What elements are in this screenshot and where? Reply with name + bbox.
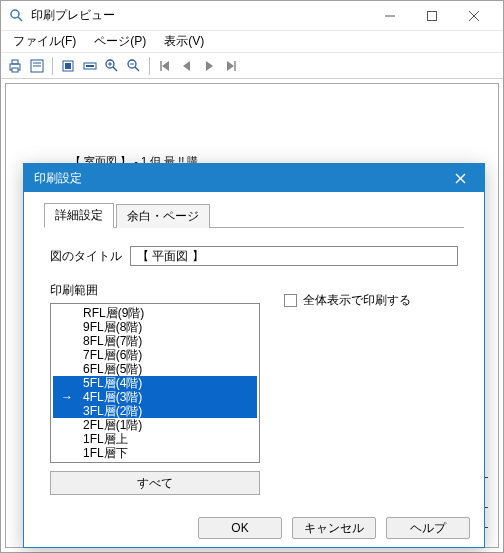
svg-rect-13 <box>65 63 71 69</box>
dialog-title: 印刷設定 <box>34 170 446 187</box>
list-item[interactable]: 4FL層(3階)→ <box>53 390 257 404</box>
toolbar-separator <box>52 57 53 75</box>
list-item[interactable]: 2FL層(1階) <box>53 418 257 432</box>
dialog-close-button[interactable] <box>446 164 474 192</box>
list-item[interactable]: RFL層(9階) <box>53 306 257 320</box>
menubar: ファイル(F) ページ(P) 表示(V) <box>1 31 503 53</box>
full-view-checkbox-label: 全体表示で印刷する <box>303 292 411 309</box>
svg-marker-24 <box>162 61 169 71</box>
svg-marker-25 <box>183 61 190 71</box>
print-settings-dialog: 印刷設定 詳細設定 余白・ページ 図のタイトル 印 <box>23 163 485 548</box>
list-item[interactable]: 1FL層下 <box>53 446 257 460</box>
checkbox-icon <box>284 294 297 307</box>
list-item[interactable]: 1FL層上 <box>53 432 257 446</box>
main-titlebar: 印刷プレビュー <box>1 1 503 31</box>
menu-page[interactable]: ページ(P) <box>86 31 154 52</box>
full-view-checkbox-row[interactable]: 全体表示で印刷する <box>284 292 411 309</box>
figure-title-input[interactable] <box>130 246 458 266</box>
menu-view[interactable]: 表示(V) <box>156 31 212 52</box>
nav-next-icon[interactable] <box>199 56 219 76</box>
toolbar <box>1 53 503 79</box>
list-item[interactable]: 5FL層(4階) <box>53 376 257 390</box>
tab-detail[interactable]: 詳細設定 <box>44 203 114 228</box>
select-all-button[interactable]: すべて <box>50 471 260 495</box>
menu-file[interactable]: ファイル(F) <box>5 31 84 52</box>
list-item[interactable]: 6FL層(5階) <box>53 362 257 376</box>
figure-title-label: 図のタイトル <box>50 248 130 265</box>
tab-bar: 詳細設定 余白・ページ <box>44 206 464 228</box>
list-item[interactable]: 7FL層(6階) <box>53 348 257 362</box>
maximize-button[interactable] <box>411 2 453 30</box>
list-divider <box>73 462 237 463</box>
fit-page-icon[interactable] <box>58 56 78 76</box>
svg-line-1 <box>18 17 22 21</box>
svg-line-17 <box>113 67 117 71</box>
app-icon <box>9 8 25 24</box>
svg-rect-8 <box>12 68 18 72</box>
help-button[interactable]: ヘルプ <box>386 517 470 539</box>
preview-area: 【 室面図 】 - 1 但 最 !! 購 印刷設定 詳細設定 余白・ページ <box>1 79 503 552</box>
list-item[interactable]: 8FL層(7階) <box>53 334 257 348</box>
main-window: 印刷プレビュー ファイル(F) ページ(P) 表示(V) 【 室面図 】 - 1… <box>0 0 504 553</box>
list-item[interactable]: 9FL層(8階) <box>53 320 257 334</box>
print-range-label: 印刷範囲 <box>50 282 260 299</box>
cancel-button[interactable]: キャンセル <box>292 517 376 539</box>
print-icon[interactable] <box>5 56 25 76</box>
svg-marker-27 <box>227 61 234 71</box>
zoom-in-icon[interactable] <box>102 56 122 76</box>
current-arrow-icon: → <box>61 390 73 404</box>
tab-margin[interactable]: 余白・ページ <box>116 204 210 228</box>
minimize-button[interactable] <box>369 2 411 30</box>
svg-point-0 <box>11 10 19 18</box>
svg-line-21 <box>135 67 139 71</box>
svg-rect-3 <box>428 11 437 20</box>
nav-prev-icon[interactable] <box>177 56 197 76</box>
settings-icon[interactable] <box>27 56 47 76</box>
floor-listbox[interactable]: RFL層(9階)9FL層(8階)8FL層(7階)7FL層(6階)6FL層(5階)… <box>50 303 260 463</box>
zoom-out-icon[interactable] <box>124 56 144 76</box>
svg-rect-7 <box>12 60 18 64</box>
svg-marker-26 <box>206 61 213 71</box>
list-item[interactable]: 3FL層(2階) <box>53 404 257 418</box>
svg-rect-15 <box>86 65 94 67</box>
dialog-titlebar: 印刷設定 <box>24 164 484 192</box>
fit-width-icon[interactable] <box>80 56 100 76</box>
window-title: 印刷プレビュー <box>31 7 369 24</box>
ok-button[interactable]: OK <box>198 517 282 539</box>
toolbar-separator <box>149 57 150 75</box>
close-button[interactable] <box>453 2 495 30</box>
nav-first-icon[interactable] <box>155 56 175 76</box>
nav-last-icon[interactable] <box>221 56 241 76</box>
